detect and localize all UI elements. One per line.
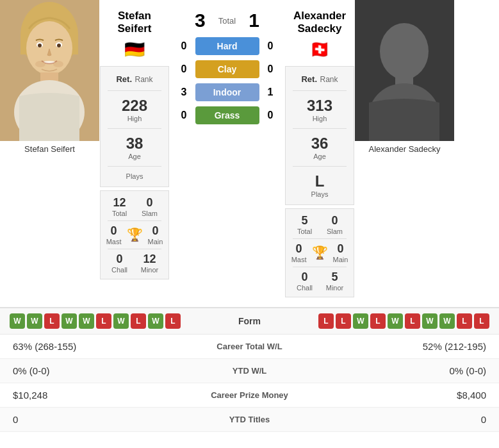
titles-row: 0 YTD Titles 0 (0, 408, 499, 432)
svg-point-7 (57, 44, 61, 47)
alex-slam-stat: 0 Slam (322, 214, 347, 235)
titles-label: YTD Titles (154, 415, 345, 424)
stefan-total-stat: 12 Total (107, 196, 132, 217)
left-form-badges: WWLWWLWLWL (10, 313, 181, 329)
alex-flag: 🇨🇭 (309, 40, 330, 60)
form-badge-w: W (353, 313, 368, 329)
ytd-wl-right: 0% (0-0) (345, 365, 486, 376)
form-badge-l: L (457, 313, 472, 329)
alex-rank-block: Ret. Rank (301, 72, 338, 86)
form-badge-l: L (96, 313, 111, 329)
form-badge-w: W (422, 313, 438, 329)
alex-plays-block: L Plays (311, 171, 329, 199)
alex-name-label: Alexander Sadecky (365, 141, 443, 157)
trophy-icon-right: 🏆 (312, 245, 328, 260)
stefan-stats-box: Ret. Rank 228 High 38 Age Plays (100, 66, 169, 187)
stefan-main-stat: 0 Main (148, 224, 163, 245)
form-badge-l: L (318, 313, 334, 329)
grass-row: 0 Grass 0 (179, 106, 275, 124)
left-player-info: Stefan Seifert 🇩🇪 Ret. Rank 228 High 38 (99, 0, 170, 297)
stefan-minor-stat: 12 Minor (137, 253, 162, 274)
form-label: Form (238, 316, 261, 326)
titles-left: 0 (13, 414, 154, 425)
stefan-flag: 🇩🇪 (124, 40, 145, 60)
stefan-age-block: 38 Age (126, 133, 143, 162)
top-section: Stefan Seifert Stefan Seifert 🇩🇪 Ret. Ra… (0, 0, 499, 304)
svg-point-13 (380, 23, 429, 79)
alex-high-block: 313 High (307, 95, 332, 124)
stefan-high-block: 228 High (122, 95, 147, 124)
alex-mast-main-row: 0 Mast 🏆 0 Main (286, 241, 354, 265)
indoor-row: 3 Indoor 1 (179, 83, 275, 101)
clay-button[interactable]: Clay (195, 60, 259, 78)
form-badge-w: W (79, 313, 94, 329)
stefan-title-stats: 12 Total 0 Slam 0 Mast 🏆 (100, 190, 169, 279)
alex-main-stat: 0 Main (333, 242, 348, 263)
stefan-chall-minor-row: 0 Chall 12 Minor (101, 251, 168, 275)
alex-minor-stat: 5 Minor (322, 270, 347, 292)
titles-right: 0 (345, 414, 486, 425)
stefan-plays-block: Plays (126, 171, 143, 181)
grass-button[interactable]: Grass (195, 106, 259, 124)
alex-stats-box: Ret. Rank 313 High 36 Age L Plays (285, 66, 354, 205)
main-container: Stefan Seifert Stefan Seifert 🇩🇪 Ret. Ra… (0, 0, 499, 448)
form-badge-l: L (44, 313, 60, 329)
alex-mast-stat: 0 Mast (291, 242, 307, 263)
hard-button[interactable]: Hard (195, 37, 259, 55)
stefan-total-slam-row: 12 Total 0 Slam (101, 195, 168, 219)
alex-chall-stat: 0 Chall (292, 270, 317, 292)
prize-right: $8,400 (345, 390, 486, 401)
hard-row: 0 Hard 0 (179, 37, 275, 55)
form-badge-l: L (165, 313, 181, 329)
stefan-name-top: Stefan Seifert (118, 10, 152, 36)
form-badge-w: W (148, 313, 163, 329)
center-comparison: 3 Total 1 0 Hard 0 0 Clay 0 3 Indoor 1 (170, 0, 284, 297)
stefan-slam-stat: 0 Slam (137, 196, 162, 217)
prize-label: Career Prize Money (154, 390, 345, 400)
form-badge-l: L (336, 313, 351, 329)
right-player-info: Alexander Sadecky 🇨🇭 Ret. Rank 313 High … (284, 0, 355, 297)
form-badge-l: L (131, 313, 146, 329)
form-badge-w: W (113, 313, 129, 329)
svg-point-3 (26, 21, 72, 75)
alex-title-stats: 5 Total 0 Slam 0 Mast 🏆 (285, 208, 354, 297)
career-wl-right: 52% (212-195) (345, 341, 486, 352)
clay-row: 0 Clay 0 (179, 60, 275, 78)
ytd-wl-row: 0% (0-0) YTD W/L 0% (0-0) (0, 359, 499, 383)
stefan-mast-stat: 0 Mast (106, 224, 122, 245)
alex-photo (355, 0, 454, 141)
stefan-name-label: Stefan Seifert (21, 141, 78, 157)
career-wl-left: 63% (268-155) (13, 341, 154, 352)
svg-point-10 (35, 61, 45, 67)
form-badge-w: W (439, 313, 455, 329)
left-player-photo-col: Stefan Seifert (0, 0, 99, 297)
form-badge-l: L (474, 313, 489, 329)
form-badge-w: W (10, 313, 25, 329)
form-badge-w: W (388, 313, 403, 329)
form-comparison-row: WWLWWLWLWL Form LLWLWLWWLL (0, 308, 499, 335)
svg-point-6 (38, 44, 42, 47)
ytd-wl-left: 0% (0-0) (13, 365, 154, 376)
stefan-mast-main-row: 0 Mast 🏆 0 Main (101, 223, 168, 247)
stefan-chall-stat: 0 Chall (107, 253, 132, 274)
ytd-wl-label: YTD W/L (154, 366, 345, 376)
alex-total-stat: 5 Total (292, 214, 317, 235)
form-badge-l: L (370, 313, 386, 329)
indoor-button[interactable]: Indoor (195, 83, 259, 101)
right-player-photo-col: Alexander Sadecky (355, 0, 454, 297)
right-form-badges: LLWLWLWWLL (318, 313, 489, 329)
form-badge-l: L (405, 313, 420, 329)
bottom-section: WWLWWLWLWL Form LLWLWLWWLL 63% (268-155)… (0, 307, 499, 432)
svg-point-11 (53, 61, 63, 67)
form-badge-w: W (27, 313, 42, 329)
alex-age-block: 36 Age (311, 133, 329, 162)
alex-name-top: Alexander Sadecky (293, 10, 346, 36)
form-badge-w: W (61, 313, 77, 329)
stefan-photo (0, 0, 99, 141)
career-wl-label: Career Total W/L (154, 342, 345, 351)
total-comparison-row: 3 Total 1 (195, 10, 259, 31)
career-wl-row: 63% (268-155) Career Total W/L 52% (212-… (0, 335, 499, 359)
prize-left: $10,248 (13, 390, 154, 401)
alex-chall-minor-row: 0 Chall 5 Minor (286, 269, 354, 293)
alex-total-slam-row: 5 Total 0 Slam (286, 213, 354, 236)
